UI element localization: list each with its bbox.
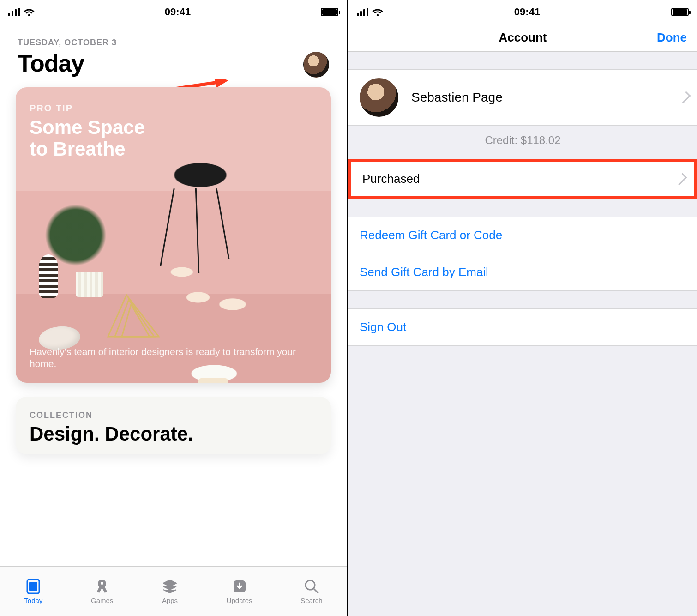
redeem-gift-card-row[interactable]: Redeem Gift Card or Code xyxy=(348,217,697,254)
account-avatar-button[interactable] xyxy=(303,52,329,78)
svg-rect-3 xyxy=(29,582,37,591)
battery-icon xyxy=(671,8,689,16)
row-label: Sign Out xyxy=(360,320,406,334)
avatar xyxy=(360,78,398,117)
status-bar: 09:41 xyxy=(348,0,697,24)
today-tab-icon xyxy=(25,578,42,595)
account-screen: 09:41 Account Done Sebastien Page Credit… xyxy=(348,0,697,616)
row-label: Purchased xyxy=(362,172,420,186)
tab-today[interactable]: Today xyxy=(24,578,42,604)
chevron-right-icon xyxy=(679,91,691,104)
profile-name: Sebastien Page xyxy=(411,90,503,105)
today-date-label: TUESDAY, OCTOBER 3 xyxy=(18,38,329,48)
apps-tab-icon xyxy=(162,578,178,595)
cellular-signal-icon xyxy=(357,8,368,16)
credit-label: Credit: $118.02 xyxy=(348,126,697,159)
card-illustration xyxy=(76,272,103,297)
cellular-signal-icon xyxy=(8,8,20,16)
tab-label: Search xyxy=(300,597,323,604)
nav-title: Account xyxy=(499,30,547,45)
account-profile-row[interactable]: Sebastien Page xyxy=(348,69,697,126)
page-title: Today xyxy=(18,49,329,77)
wifi-icon xyxy=(372,8,383,16)
status-time: 09:41 xyxy=(165,6,191,18)
updates-tab-icon xyxy=(231,578,248,595)
chevron-right-icon xyxy=(675,173,687,185)
tab-label: Updates xyxy=(227,597,252,604)
tab-label: Today xyxy=(24,597,42,604)
svg-point-4 xyxy=(101,582,103,585)
games-tab-icon xyxy=(94,578,110,595)
tab-apps[interactable]: Apps xyxy=(162,578,178,604)
tab-bar: Today Games Apps Updates Search xyxy=(0,566,347,616)
tab-updates[interactable]: Updates xyxy=(227,578,252,604)
today-card-collection[interactable]: COLLECTION Design. Decorate. xyxy=(16,397,331,454)
app-store-today-screen: 09:41 TUESDAY, OCTOBER 3 Today PRO TIP S… xyxy=(0,0,348,616)
tab-games[interactable]: Games xyxy=(91,578,113,604)
tab-search[interactable]: Search xyxy=(300,578,323,604)
done-button[interactable]: Done xyxy=(657,30,687,45)
card-title: Design. Decorate. xyxy=(30,423,317,445)
tab-label: Apps xyxy=(162,597,178,604)
svg-marker-1 xyxy=(214,79,228,88)
card-illustration xyxy=(160,188,238,276)
battery-icon xyxy=(321,8,338,16)
row-label: Redeem Gift Card or Code xyxy=(360,228,502,242)
tab-label: Games xyxy=(91,597,113,604)
search-tab-icon xyxy=(303,578,320,595)
card-tag: PRO TIP xyxy=(16,87,331,116)
card-tag: COLLECTION xyxy=(30,411,317,420)
purchased-row[interactable]: Purchased xyxy=(348,159,697,199)
card-illustration xyxy=(103,290,163,339)
card-title: Some Space to Breathe xyxy=(16,116,331,160)
status-time: 09:41 xyxy=(514,6,540,18)
sign-out-row[interactable]: Sign Out xyxy=(348,309,697,345)
card-caption: Havenly's team of interior designers is … xyxy=(30,346,317,370)
row-label: Send Gift Card by Email xyxy=(360,265,488,279)
today-card-pro-tip[interactable]: PRO TIP Some Space to Breathe Havenly's … xyxy=(16,87,331,383)
status-bar: 09:41 xyxy=(0,0,347,24)
nav-bar: Account Done xyxy=(348,24,697,52)
send-gift-card-row[interactable]: Send Gift Card by Email xyxy=(348,254,697,290)
card-illustration xyxy=(39,254,58,298)
card-illustration xyxy=(198,378,228,383)
wifi-icon xyxy=(24,8,35,16)
svg-line-7 xyxy=(314,589,318,593)
